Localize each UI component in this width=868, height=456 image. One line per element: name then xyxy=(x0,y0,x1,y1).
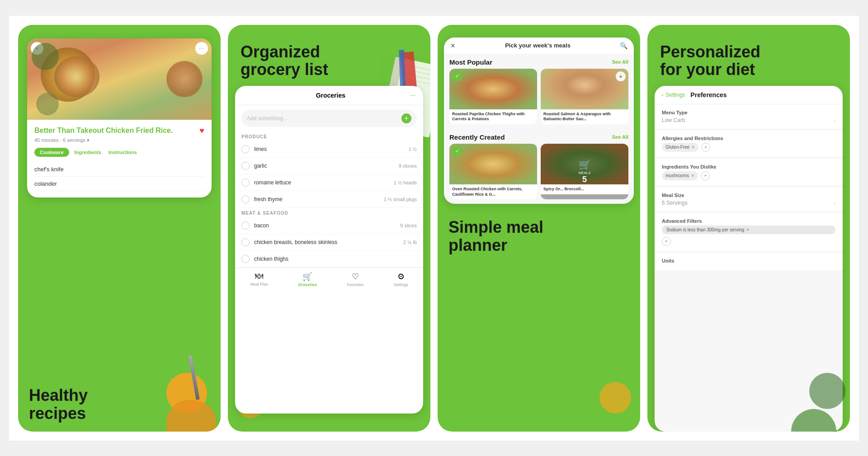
tab-ingredients[interactable]: Ingredients xyxy=(73,148,103,157)
recipe-title: Better Than Takeout Chicken Fried Rice. xyxy=(34,126,196,135)
add-meal-plus-salmon[interactable]: + xyxy=(616,71,626,81)
gluten-free-remove-icon[interactable]: ✕ xyxy=(691,145,695,150)
cookware-item-2: colander xyxy=(34,177,204,191)
allergies-tag-row: Gluten-Free ✕ + xyxy=(662,143,835,152)
close-icon[interactable]: ✕ xyxy=(450,42,456,49)
settings-dislike-section: Ingredients You Dislike mushrooms ✕ + xyxy=(655,159,843,186)
menu-type-value-row: Low Carb › xyxy=(662,117,835,123)
item-qty-chicken-breasts: 2 ¼ lb xyxy=(403,240,417,245)
item-name-chicken-thighs: chicken thighs xyxy=(254,256,417,262)
grocery-header: Groceries ··· xyxy=(235,86,423,105)
advanced-filters-label: Advanced Filters xyxy=(662,218,835,224)
nav-groceries[interactable]: 🛒 Groceries xyxy=(298,272,317,287)
item-name-thyme: fresh thyme xyxy=(254,196,384,202)
meal-card-oven-name: Oven Roasted Chicken with Carrots, Cauli… xyxy=(449,184,537,199)
meal-card-paprika-chicken[interactable]: ✓ Roasted Paprika Chicken Thighs with Ca… xyxy=(449,69,537,124)
most-popular-grid: ✓ Roasted Paprika Chicken Thighs with Ca… xyxy=(444,69,634,129)
meal-card-paprika-name: Roasted Paprika Chicken Thighs with Carr… xyxy=(449,109,537,124)
favorites-icon: ♡ xyxy=(352,272,359,282)
meals-number: 5 xyxy=(582,175,587,184)
add-allergy-button[interactable]: + xyxy=(701,143,710,152)
item-qty-thyme: 1 ½ small pkgs xyxy=(384,197,417,202)
recently-created-see-all[interactable]: See All xyxy=(612,134,628,140)
item-name-garlic: garlic xyxy=(254,163,399,169)
panel-meal-planner: ✕ Pick your week's meals 🔍 Most Popular … xyxy=(438,25,640,432)
panel4-heading: Personalized for your diet xyxy=(647,25,850,86)
nav-favorites[interactable]: ♡ Favorites xyxy=(347,272,363,287)
add-filter-button[interactable]: + xyxy=(662,237,671,246)
nav-meal-plan[interactable]: 🍽 Meal Plan xyxy=(250,272,268,287)
meal-card-spicy-broccoli[interactable]: 🛒 MEALS 5 Spicy Or... Broccolí... xyxy=(541,144,628,199)
settings-back-button[interactable]: ‹ Settings xyxy=(662,92,685,98)
sodium-filter-remove-icon[interactable]: ✕ xyxy=(746,227,750,232)
recipe-hero-image: ‹ ··· xyxy=(27,38,212,120)
settings-advanced-filters-section: Advanced Filters Sodium is less than 300… xyxy=(655,213,843,252)
item-checkbox-chicken-thighs[interactable] xyxy=(241,255,250,263)
item-qty-romaine: 1 ½ heads xyxy=(394,180,417,185)
add-item-button[interactable]: + xyxy=(401,113,411,123)
nav-settings[interactable]: ⚙ Settings xyxy=(393,272,408,287)
menu-type-value: Low Carb xyxy=(662,117,685,123)
meal-size-label: Meal Size xyxy=(662,193,835,198)
chevron-left-icon: ‹ xyxy=(662,92,664,98)
favorite-icon[interactable]: ♥ xyxy=(199,126,204,136)
panel3-heading-text: Simple meal planner xyxy=(448,218,629,254)
recipe-card-content: Better Than Takeout Chicken Fried Rice. … xyxy=(27,120,212,197)
meal-card-oven-chicken-img xyxy=(449,144,537,184)
sodium-filter-tag[interactable]: Sodium is less than 300mg per serving ✕ xyxy=(662,226,835,234)
nav-meal-plan-label: Meal Plan xyxy=(250,282,268,287)
search-icon[interactable]: 🔍 xyxy=(620,42,627,49)
units-label: Units xyxy=(662,258,835,263)
grocery-title: Groceries xyxy=(251,92,410,99)
section-produce-label: PRODUCE xyxy=(235,132,423,141)
item-checkbox-romaine[interactable] xyxy=(241,179,250,187)
settings-meal-size-section: Meal Size 6 Servings › xyxy=(655,187,843,212)
most-popular-see-all[interactable]: See All xyxy=(612,59,628,65)
selected-checkmark-oven: ✓ xyxy=(452,146,462,156)
grocery-item-chicken-breasts: chicken breasts, boneless skinless 2 ¼ l… xyxy=(235,234,423,251)
nav-groceries-label: Groceries xyxy=(298,282,317,287)
menu-type-chevron-icon: › xyxy=(834,117,835,123)
grocery-item-bacon: bacon 9 slices xyxy=(235,217,423,234)
add-item-placeholder: Add something... xyxy=(247,115,401,122)
item-checkbox-thyme[interactable] xyxy=(241,195,250,203)
gluten-free-tag[interactable]: Gluten-Free ✕ xyxy=(662,143,698,152)
meal-plan-icon: 🍽 xyxy=(255,272,263,281)
panel2-spacer xyxy=(228,414,430,432)
mushrooms-tag[interactable]: mushrooms ✕ xyxy=(662,171,698,180)
recently-created-header: Recently Created See All xyxy=(444,129,634,144)
item-checkbox-limes[interactable] xyxy=(241,145,250,153)
item-name-bacon: bacon xyxy=(254,222,400,229)
selected-checkmark-paprika: ✓ xyxy=(452,71,462,81)
grocery-item-garlic: garlic 9 cloves xyxy=(235,158,423,174)
tab-cookware[interactable]: Cookware xyxy=(34,148,69,157)
dislike-label: Ingredients You Dislike xyxy=(662,164,835,169)
section-meat-label: MEAT & SEAFOOD xyxy=(235,208,423,217)
groceries-icon: 🛒 xyxy=(302,272,312,282)
settings-menu-type-section: Menu Type Low Carb › xyxy=(655,104,843,129)
sodium-filter-label: Sodium is less than 300mg per serving xyxy=(666,227,744,232)
item-name-romaine: romaine lettuce xyxy=(254,179,394,186)
meal-planner-phone-card: ✕ Pick your week's meals 🔍 Most Popular … xyxy=(444,38,634,204)
more-button[interactable]: ··· xyxy=(195,42,208,55)
grocery-phone-card: Groceries ··· Add something... + PRODUCE… xyxy=(235,86,423,414)
cart-icon: 🛒 xyxy=(579,159,591,171)
item-checkbox-bacon[interactable] xyxy=(241,221,250,230)
grocery-more-button[interactable]: ··· xyxy=(410,91,416,99)
add-dislike-button[interactable]: + xyxy=(701,171,710,180)
grocery-item-limes: limes 1 ½ xyxy=(235,141,423,158)
settings-units-section: Units xyxy=(655,253,843,271)
add-item-input-row[interactable]: Add something... + xyxy=(241,110,417,127)
meal-planner-title: Pick your week's meals xyxy=(505,42,571,49)
grocery-item-chicken-thighs: chicken thighs xyxy=(235,251,423,268)
item-checkbox-chicken-breasts[interactable] xyxy=(241,238,250,246)
item-checkbox-garlic[interactable] xyxy=(241,162,250,170)
meal-card-oven-chicken[interactable]: ✓ Oven Roasted Chicken with Carrots, Cau… xyxy=(449,144,537,199)
nav-favorites-label: Favorites xyxy=(347,282,363,287)
recipe-meta: 45 minutes · 6 servings ▾ xyxy=(34,137,204,143)
mushrooms-remove-icon[interactable]: ✕ xyxy=(691,173,694,178)
meal-card-salmon[interactable]: + Roasted Salmon & Asparagus with Balsam… xyxy=(541,69,628,124)
panel-grocery-list: Organized grocery list Groceries ··· Add… xyxy=(228,25,430,432)
mushrooms-tag-label: mushrooms xyxy=(665,173,689,178)
tab-instructions[interactable]: Instructions xyxy=(107,148,139,157)
